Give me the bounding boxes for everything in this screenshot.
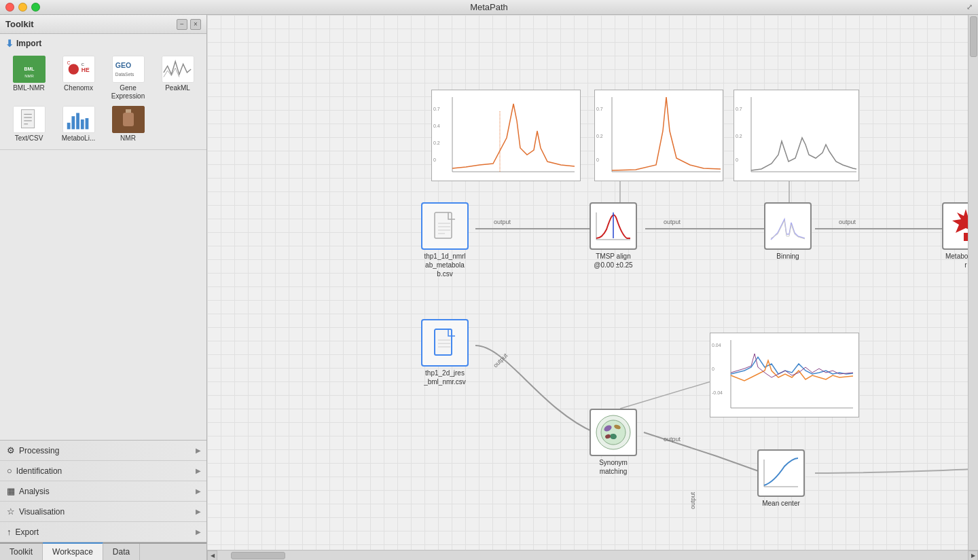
node-binning[interactable]: Binning [764, 202, 812, 261]
svg-rect-64 [767, 206, 808, 246]
svg-text:0.2: 0.2 [736, 134, 742, 138]
svg-rect-26 [126, 109, 131, 113]
left-panel: Toolkit − × ⬇ Import BML NMR [0, 15, 207, 560]
toolkit-close-btn[interactable]: × [190, 19, 201, 30]
connections-svg: output output output output output outpu… [207, 15, 978, 558]
import-label: Import [16, 39, 41, 48]
category-tabs: ⚙ Processing ▶ ○ Identification ▶ ▦ Anal… [0, 440, 206, 542]
visualisation-arrow: ▶ [196, 508, 201, 515]
svg-text:0.04: 0.04 [712, 343, 721, 348]
footer-tab-workspace[interactable]: Workspace [43, 542, 103, 560]
svg-rect-21 [76, 113, 79, 129]
identification-arrow: ▶ [196, 467, 201, 474]
peakml-label: PeakML [165, 84, 190, 92]
close-button[interactable] [5, 3, 14, 12]
toolkit-actions[interactable]: − × [177, 19, 201, 30]
import-item-chenomx[interactable]: HE C C Chenomx [55, 54, 102, 102]
scroll-right-arrow[interactable]: ▶ [968, 550, 978, 561]
metaboli-label: MetaboLi... [62, 134, 95, 143]
textcsv-label: Text/CSV [15, 134, 43, 143]
data-tab-label: Data [113, 547, 130, 557]
svg-text:output: output [664, 219, 681, 225]
svg-rect-20 [71, 116, 75, 129]
footer-tab-toolkit[interactable]: Toolkit [0, 544, 43, 560]
analysis-arrow: ▶ [196, 487, 201, 495]
tmsp-box[interactable] [590, 202, 637, 250]
analysis-label: Analysis [19, 487, 50, 496]
minimize-button[interactable] [18, 3, 27, 12]
processing-label: Processing [19, 446, 59, 455]
svg-rect-23 [85, 118, 88, 129]
svg-point-79 [601, 420, 626, 445]
scroll-left-arrow[interactable]: ◀ [207, 550, 217, 561]
chart-thumb-2: 0.7 0.2 0 [594, 90, 723, 181]
toolkit-tab-label: Toolkit [10, 547, 33, 557]
chart-thumb-4: 0.04 0 -0.04 [710, 333, 859, 417]
svg-rect-84 [710, 333, 859, 417]
processing-tab[interactable]: ⚙ Processing ▶ [0, 441, 206, 461]
toolkit-title: Toolkit [5, 19, 34, 29]
import-header: ⬇ Import [5, 37, 201, 52]
node-file2[interactable]: thp1_2d_jres_bml_nmr.csv [421, 319, 469, 386]
import-item-gene[interactable]: GEO DataSets GeneExpression [105, 54, 151, 102]
meancenter-box[interactable] [757, 449, 805, 497]
import-item-nmr[interactable]: NMR [105, 105, 151, 144]
synonym-box[interactable] [590, 409, 637, 456]
tmsp-label: TMSP align@0.00 ±0.25 [594, 252, 632, 269]
svg-text:output: output [494, 219, 511, 225]
geo-icon: GEO DataSets [112, 56, 145, 83]
node-synonym[interactable]: Synonymmatching [590, 409, 637, 476]
toolkit-header: Toolkit − × [0, 15, 206, 34]
svg-text:0: 0 [736, 157, 738, 162]
svg-text:0: 0 [712, 367, 714, 371]
scrollbar-horizontal[interactable]: ◀ ▶ [207, 550, 978, 560]
nmr-label: NMR [120, 134, 136, 143]
file2-box[interactable] [421, 319, 469, 367]
analysis-tab[interactable]: ▦ Analysis ▶ [0, 481, 206, 502]
svg-text:0.7: 0.7 [736, 107, 742, 111]
binning-label: Binning [776, 252, 799, 261]
svg-text:0: 0 [433, 157, 436, 162]
title-bar: MetaPath ⤢ [0, 0, 978, 15]
visualisation-label: Visualisation [19, 507, 65, 517]
node-meancenter[interactable]: Mean center [757, 449, 805, 508]
svg-rect-25 [123, 113, 134, 126]
svg-text:NMR: NMR [24, 74, 34, 78]
toolkit-content [0, 150, 206, 440]
import-item-metaboli[interactable]: MetaboLi... [55, 105, 102, 144]
import-section: ⬇ Import BML NMR BML-NMR [0, 34, 206, 150]
binning-box[interactable] [764, 202, 812, 250]
window-controls[interactable] [5, 3, 40, 12]
chart-thumb-3: 0.7 0.2 0 [734, 90, 859, 181]
scroll-thumb-h[interactable] [231, 552, 285, 559]
canvas[interactable]: output output output output output outpu… [207, 15, 978, 560]
textcsv-icon [13, 106, 46, 133]
identification-tab[interactable]: ○ Identification ▶ [0, 461, 206, 481]
visualisation-tab[interactable]: ☆ Visualisation ▶ [0, 502, 206, 522]
processing-icon: ⚙ [7, 445, 15, 455]
svg-point-4 [68, 64, 78, 74]
svg-rect-35 [432, 90, 581, 181]
svg-text:DataSets: DataSets [115, 72, 134, 77]
toolkit-minimize-btn[interactable]: − [177, 19, 187, 30]
maximize-button[interactable] [31, 3, 40, 12]
svg-text:C: C [67, 60, 70, 65]
file1-box[interactable] [421, 202, 469, 250]
svg-text:C: C [81, 62, 84, 67]
bml-nmr-label: BML-NMR [13, 84, 45, 92]
resize-icon: ⤢ [966, 3, 973, 12]
scrollbar-vertical[interactable] [968, 15, 978, 550]
svg-text:-0.04: -0.04 [712, 390, 723, 395]
svg-text:output: output [492, 352, 509, 369]
chart-thumb-1: 0.7 0.4 0.2 0 [431, 90, 581, 181]
svg-text:output: output [689, 491, 696, 509]
footer-tab-data[interactable]: Data [103, 544, 140, 560]
processing-arrow: ▶ [196, 447, 201, 454]
node-tmsp[interactable]: TMSP align@0.00 ±0.25 [590, 202, 637, 269]
node-file1[interactable]: thp1_1d_nmrlab_metabolab.csv [421, 202, 469, 278]
svg-text:0.4: 0.4 [433, 124, 440, 128]
import-item-peakml[interactable]: PeakML [154, 54, 201, 102]
export-tab[interactable]: ↑ Export ▶ [0, 522, 206, 542]
import-item-textcsv[interactable]: Text/CSV [5, 105, 52, 144]
import-item-bmlnmr[interactable]: BML NMR BML-NMR [5, 54, 52, 102]
